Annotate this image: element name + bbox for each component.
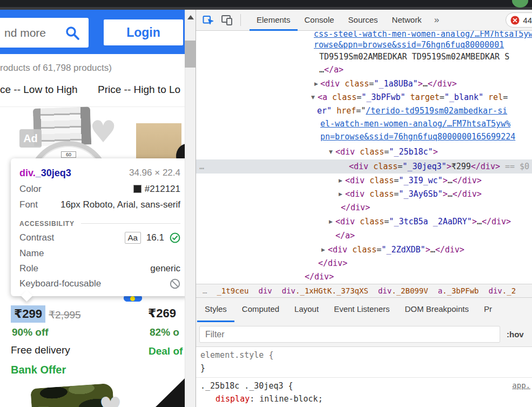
tab-dom-breakpoints[interactable]: DOM Breakpoints: [398, 298, 476, 322]
scrollbar-thumb[interactable]: [185, 41, 196, 68]
breadcrumb-bar: …_1t9ceudivdiv._1xHGtK._373qXSdiv._2B099…: [196, 284, 532, 298]
dom-tree-row[interactable]: ▶<div class="_3Ay6Sb">…</div>: [196, 187, 532, 201]
dom-tree-row[interactable]: </div>: [196, 256, 532, 270]
css-rule-selector[interactable]: ._25b18c ._30jeq3 {: [200, 381, 293, 392]
code-segment: TD9519Sm02AMBEDKAR TD9519Sm02AMBEDKAR S: [319, 52, 509, 62]
code-segment: >: [433, 147, 438, 157]
tab-properties[interactable]: Pr: [476, 298, 500, 322]
error-badge[interactable]: 44: [506, 12, 532, 28]
dom-tree-row[interactable]: </div>: [196, 270, 532, 284]
dom-tree-row[interactable]: er" href="/terido-td9519sm02ambedkar-si: [196, 104, 532, 118]
code-segment: pn=browse&ssid=76hgn6fuq8000000165699224: [320, 132, 515, 142]
deal-of-the-day-label: Deal of t: [149, 345, 185, 357]
collapse-arrow-icon[interactable]: ▼: [329, 145, 333, 159]
code-segment: "_2ZdXDB": [381, 245, 425, 255]
code-segment: class: [369, 176, 394, 185]
breadcrumb-item[interactable]: …: [203, 286, 207, 295]
breadcrumb-item[interactable]: div._2: [489, 286, 516, 295]
dom-tree-row[interactable]: ▼<div class="_25b18c">: [196, 145, 532, 159]
wishlist-heart-icon[interactable]: ♥: [90, 117, 117, 147]
code-segment: =: [394, 176, 399, 185]
dom-tree-row[interactable]: ▶<div class="_3tcB5a _2AaDRY">…</div>: [196, 215, 532, 229]
not-focusable-icon: [170, 278, 180, 289]
code-segment: "_30jeq3": [402, 162, 446, 171]
dom-tree-row[interactable]: ▶<div class="_2ZdXDB">…</div>: [196, 243, 532, 257]
toggle-element-state[interactable]: :hov: [507, 322, 524, 346]
discount2-badge: 82% o: [150, 326, 179, 338]
page-scrollbar[interactable]: [185, 10, 196, 407]
code-segment: …: [423, 79, 428, 89]
results-summary: roducts of 61,798 products): [0, 63, 112, 74]
expand-arrow-icon[interactable]: ▶: [329, 215, 333, 229]
tab-elements[interactable]: Elements: [250, 10, 298, 31]
dom-tree-row[interactable]: </div>: [196, 201, 532, 215]
dom-tree-row[interactable]: pn=browse&ssid=76hgn6fuq8000000165699224: [196, 130, 532, 144]
expand-arrow-icon[interactable]: ▶: [339, 174, 342, 188]
breadcrumb-item[interactable]: _1t9ceu: [217, 286, 248, 295]
css-source-link[interactable]: app.: [512, 381, 530, 390]
code-segment: </div>: [318, 258, 347, 268]
breadcrumb-item[interactable]: div: [258, 286, 272, 295]
search-icon[interactable]: [65, 25, 80, 41]
sort-high-to-low[interactable]: Price -- High to Lo: [98, 84, 180, 96]
code-segment: …: [430, 245, 435, 255]
tooltip-pointer: [21, 290, 32, 302]
contrast-aa-chip: Aa: [125, 232, 141, 244]
breadcrumb-item[interactable]: div._1xHGtK._373qXS: [282, 286, 368, 295]
search-input[interactable]: nd more: [0, 18, 89, 48]
tab-console[interactable]: Console: [298, 10, 341, 31]
code-segment: >: [447, 162, 452, 171]
device-toolbar-icon[interactable]: [221, 14, 233, 26]
sort-low-to-high[interactable]: ce -- Low to High: [0, 84, 78, 96]
row-hover-ellipsis-icon[interactable]: …: [199, 159, 204, 174]
inspect-element-icon[interactable]: [203, 14, 214, 26]
expand-arrow-icon[interactable]: ▶: [314, 77, 318, 91]
code-segment: <a: [318, 92, 332, 102]
search-input-text: nd more: [4, 26, 65, 39]
code-segment: =: [394, 189, 399, 199]
error-count: 44: [523, 16, 532, 25]
code-segment: =: [384, 217, 389, 226]
code-segment: div: [258, 286, 272, 295]
tab-computed[interactable]: Computed: [234, 298, 287, 322]
login-button[interactable]: Login: [104, 19, 183, 45]
more-tabs-icon[interactable]: »: [434, 15, 439, 25]
devtools-panel: Elements Console Sources Network » 44 cs…: [196, 10, 532, 407]
product-image-2[interactable]: [136, 123, 181, 162]
code-segment: >: [472, 217, 477, 226]
code-segment: </div>: [482, 217, 511, 226]
code-segment: >: [418, 79, 423, 89]
code-segment: rowse&ppn=browse&ssid=76hgn6fuq80000001: [314, 40, 504, 50]
element-style-rule[interactable]: element.style {: [200, 350, 273, 361]
dom-tree-row[interactable]: ▶<div class="_3I9_wc">…</div>: [196, 174, 532, 188]
wishlist-heart-icon[interactable]: ♥: [99, 393, 122, 407]
css-property-display[interactable]: display: inline-block;: [216, 393, 323, 405]
dom-tree-row[interactable]: ▼<a class="_3bPFwb" target="_blank" rel=: [196, 90, 532, 104]
code-segment: _1t9ceu: [217, 286, 248, 295]
breadcrumb-item[interactable]: div._2B099V: [378, 286, 428, 295]
dom-tree-row[interactable]: ▶<div class="_1a8UBa">…</div>: [196, 77, 532, 91]
price-current: ₹299: [11, 305, 45, 323]
dom-tree-row[interactable]: TD9519Sm02AMBEDKAR TD9519Sm02AMBEDKAR S: [196, 50, 532, 64]
code-segment: rel: [488, 92, 503, 102]
breadcrumb-item[interactable]: a._3bPFwb: [438, 286, 479, 295]
toolbar-separator: [240, 14, 241, 26]
expand-arrow-icon[interactable]: ▶: [321, 243, 325, 257]
code-segment: [406, 92, 410, 102]
styles-filter-input[interactable]: [199, 326, 500, 343]
code-segment: a: [438, 286, 442, 295]
code-segment: >: [443, 189, 448, 199]
dom-tree-row[interactable]: el-watch-men-women-analog/…FM7htsaT5yw%: [196, 117, 532, 131]
collapse-arrow-icon[interactable]: ▼: [311, 90, 315, 104]
expand-arrow-icon[interactable]: ▶: [339, 187, 342, 201]
tab-event-listeners[interactable]: Event Listeners: [326, 298, 397, 322]
dom-tree-row[interactable]: …</a>: [196, 63, 532, 77]
tab-sources[interactable]: Sources: [341, 10, 385, 31]
tab-layout[interactable]: Layout: [287, 298, 326, 322]
tab-styles[interactable]: Styles: [197, 298, 234, 322]
tab-network[interactable]: Network: [385, 10, 429, 31]
scrollbar-up-arrow-icon[interactable]: [187, 15, 194, 19]
product-image-watch[interactable]: [33, 106, 91, 146]
dom-tree-row[interactable]: </a>: [196, 229, 532, 243]
dom-tree-row[interactable]: …<div class="_30jeq3">₹299</div> == $0: [196, 159, 532, 174]
